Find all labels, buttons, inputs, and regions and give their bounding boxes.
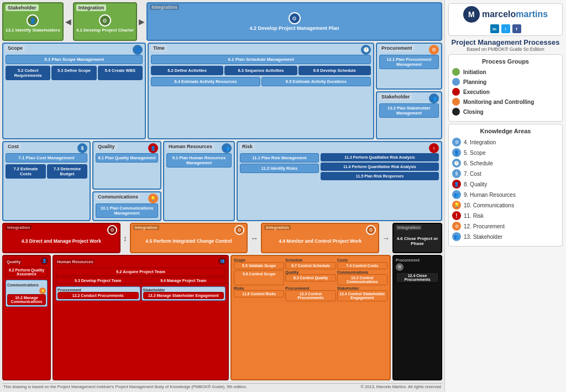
ka-10: 💡 10. Communications (452, 201, 559, 210)
risk-11-3: 11.3 Perform Qualitative Risk Analysis (321, 153, 439, 161)
monitor-4-4: 4.4 Monitor and Control Project Work (279, 238, 361, 244)
monitor-8-3: 8.3 Control Quality (285, 274, 336, 281)
close-integration-label: Integration (396, 225, 422, 230)
cost-7-1: 7.1 Plan Cost Management (6, 153, 87, 163)
ka-13: 👥 13. Stakeholder (452, 232, 559, 241)
arrow-monitor: ↔ (249, 223, 259, 253)
ka-8: 👤 8. Quality (452, 180, 559, 189)
integration-exec-row: Integration ⚙ 4.3 Direct and Manage Proj… (2, 223, 442, 253)
legend-execution: Execution (452, 88, 559, 96)
monitor-13-4: 13.4 Control Stakeholder Engagement (337, 290, 387, 301)
closing-circle (452, 108, 460, 116)
execution-label: Execution (463, 89, 490, 95)
exec-9-3: 9.3 Develop Project Team (56, 277, 140, 284)
closing-label: Closing (463, 109, 484, 115)
arrow-2: ▶ (139, 2, 145, 41)
logo-icon: M (463, 6, 480, 23)
exec-detail-panel: Quality 👤 8.2 Perform Quality Assurance … (2, 255, 229, 380)
knowledge-areas-section: Knowledge Areas ⚙ 4. Integration 👤 5. Sc… (448, 124, 563, 247)
ka-11-icon: ! (452, 211, 461, 220)
monitor-costs-label: Costs (337, 258, 387, 262)
monitor-7-4: 7.4 Control Costs (337, 262, 387, 269)
footer-left: This drawing is based on the Project Man… (3, 384, 247, 389)
risk-planning-area: Risk ! 11.1 Plan Risk Management 11.2 Id… (237, 141, 442, 221)
risk-11-2: 11.2 Identify Risks (240, 164, 319, 173)
planning-label: Planning (463, 79, 486, 85)
ka-13-icon: 👥 (452, 232, 461, 241)
close-integration-box: Integration 4.6 Close Project or Phase (392, 223, 442, 253)
initiation-label: Initiation (463, 69, 486, 75)
time-6-5: 6.5 Estimate Activity Durations (261, 77, 371, 86)
monitor-12-3: 12.3 Control Procurements (285, 290, 336, 301)
time-6-2: 6.2 Define Activities (151, 66, 223, 75)
legend-initiation: Initiation (452, 68, 559, 76)
footer-right: © 2013, Marcelo Martins. All rights rese… (360, 384, 441, 389)
diagram-area: Stakeholder 👤 13.1 Identify Stakeholders… (0, 0, 444, 392)
monitor-5-5: 5.5 Validate Scope (234, 262, 284, 269)
exec-8-2: 8.2 Perform Quality Assurance (6, 266, 48, 278)
main-container: Stakeholder 👤 13.1 Identify Stakeholders… (0, 0, 566, 392)
ka-10-icon: 💡 (452, 201, 461, 210)
monitor-6-7: 6.7 Control Schedule (285, 262, 336, 269)
facebook-icon[interactable]: f (512, 24, 521, 33)
time-planning-area: Time 🕐 6.1 Plan Schedule Management 6.2 … (148, 43, 374, 139)
planning-row: Scope 👤 5.1 Plan Scope Management 5.2 Co… (2, 43, 442, 139)
exec-stakeholder-sub: Stakeholder 13.3 Manage Stakeholder Enga… (142, 286, 226, 301)
logo-martins: martins (516, 9, 548, 19)
arrow-close: → (381, 223, 391, 253)
twitter-icon[interactable]: t (501, 24, 510, 33)
monitor-4-5: 4.5 Perform Integrated Change Control (145, 238, 232, 244)
ka-6-label: 6. Schedule (464, 160, 493, 166)
exec-12-2: 12.2 Conduct Procurements (57, 292, 139, 299)
comms-10-1: 10.1 Plan Communications Management (96, 203, 158, 218)
exec-integration-box: Integration ⚙ 4.3 Direct and Manage Proj… (2, 223, 120, 253)
integration-4-1: 4.1 Develop Project Charter (76, 28, 134, 33)
hr-planning-area: Human Resources 👥 9.1 Plan Human Resourc… (163, 141, 235, 221)
integration-initiation-box: Integration ⚙ 4.1 Develop Project Charte… (73, 2, 137, 41)
ka-13-label: 13. Stakeholder (464, 234, 502, 240)
close-procurement-label: Procurement (396, 258, 439, 262)
ka-11-label: 11. Risk (464, 213, 484, 219)
ka-9-label: 9. Human Resources (464, 192, 516, 198)
page-subtitle: Based on PMBOK® Guide 5o Edition (448, 46, 563, 52)
monitor-10-3: 10.3 Control Communications (337, 274, 387, 285)
ka-10-label: 10. Communications (464, 202, 514, 208)
sidebar: M marcelomartins in t f Project Manageme… (444, 0, 566, 392)
quality-8-1: 8.1 Plan Quality Management (96, 153, 158, 163)
risk-planning-label: Risk (240, 143, 255, 150)
ka-12-icon: ⚙ (452, 222, 461, 231)
stakeholder-area-label: Stakeholder (6, 4, 39, 11)
stakeholder-planning-label: Stakeholder (379, 93, 412, 100)
monitor-integration-label-2: Integration (264, 225, 290, 230)
exec-9-2: 9.2 Acquire Project Team (56, 268, 226, 276)
exec-hr-box: Human Resources 👥 9.2 Acquire Project Te… (53, 255, 229, 380)
monitor-quality-label: Quality (285, 270, 336, 274)
integration-4-2: 4.2 Develop Project Management Plan (250, 25, 339, 31)
execution-circle (452, 88, 460, 96)
monitor-integration-1: Integration ⚙ 4.5 Perform Integrated Cha… (130, 223, 248, 253)
monitor-comms-label: Communications (337, 270, 387, 274)
ka-11: ! 11. Risk (452, 211, 559, 220)
cost-7-2: 7.2 Estimate Costs (6, 164, 46, 179)
monitor-scope-label: Scope (234, 258, 284, 262)
linkedin-icon[interactable]: in (490, 24, 499, 33)
exec-comms-sub-box: Communications 💡 10.2 Manage Communicati… (6, 280, 48, 307)
process-groups-title: Process Groups (452, 58, 559, 65)
monitoring-label: Monitoring and Controlling (463, 99, 534, 105)
scope-label: Scope (6, 45, 25, 51)
stakeholder-13-2: 13.2 Plan Stakeholder Management (379, 103, 439, 118)
risk-11-1: 11.1 Plan Risk Management (240, 153, 319, 163)
process-groups-legend: Process Groups Initiation Planning Execu… (448, 54, 563, 122)
page-title: Project Management Processes (448, 38, 563, 46)
close-12-4: 12.4 Close Procurements (396, 272, 439, 283)
ka-7: $ 7. Cost (452, 169, 559, 178)
ka-6: 🕐 6. Schedule (452, 159, 559, 168)
ka-12: ⚙ 12. Procurement (452, 222, 559, 231)
cost-7-3: 7.3 Determine Budget (47, 164, 87, 179)
procurement-12-1: 12.1 Plan Procurement Management (379, 55, 439, 69)
ka-9: 👥 9. Human Resources (452, 190, 559, 199)
ka-8-icon: 👤 (452, 180, 461, 189)
monitor-detail-panel: Scope 5.5 Validate Scope Schedule 6.7 Co… (230, 255, 391, 380)
ka-4-icon: ⚙ (452, 138, 461, 147)
logo-text: marcelomartins (482, 9, 548, 19)
